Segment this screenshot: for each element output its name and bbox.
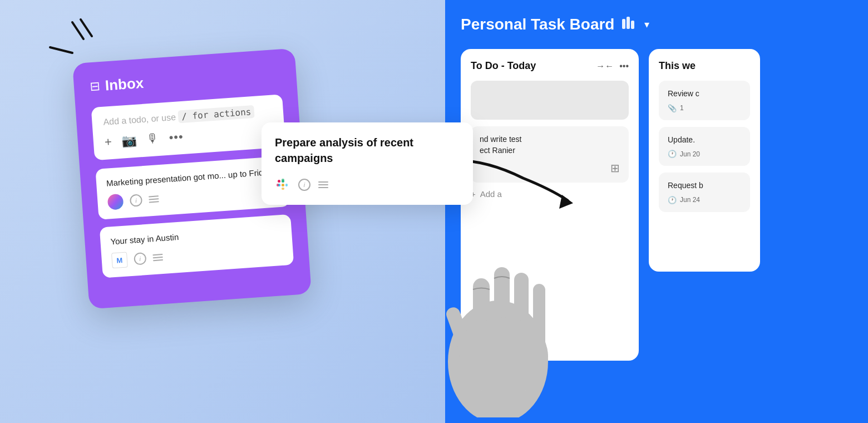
task-board-title: Personal Task Board (461, 16, 614, 33)
svg-line-1 (81, 19, 92, 36)
svg-rect-21 (631, 21, 634, 29)
column-actions-today: →← ••• (596, 61, 629, 71)
task-board-header: Personal Task Board ▾ (461, 16, 852, 33)
svg-rect-9 (285, 184, 288, 186)
column-header-today: To Do - Today →← ••• (471, 60, 629, 72)
info-icon[interactable]: i (130, 194, 142, 206)
add-icon[interactable]: + (104, 135, 112, 150)
more-icon[interactable]: ••• (169, 130, 184, 145)
inbox-title: Inbox (105, 75, 144, 95)
info-icon-tooltip[interactable]: i (298, 179, 310, 191)
hand-illustration (401, 167, 623, 423)
camera-icon[interactable]: 📷 (121, 133, 137, 149)
inbox-input-placeholder: Add a todo, or use / for actions (103, 105, 273, 127)
task-item-review-title: Review c (668, 88, 741, 100)
collapse-icon[interactable]: →← (596, 61, 614, 71)
svg-line-0 (72, 22, 83, 39)
lines-icon-2[interactable] (152, 254, 163, 261)
svg-rect-10 (282, 188, 284, 190)
svg-rect-8 (282, 179, 284, 181)
task-placeholder (471, 81, 629, 120)
board-icon (622, 17, 637, 32)
inbox-item-austin[interactable]: Your stay in Austin M i (100, 214, 294, 278)
lines-icon[interactable] (149, 195, 159, 203)
tooltip-icons: i (275, 177, 460, 193)
task-item-update[interactable]: Update. 🕐 Jun 20 (659, 127, 750, 166)
inbox-input-area[interactable]: Add a todo, or use / for actions + 📷 🎙 •… (91, 94, 286, 160)
inbox-item-marketing[interactable]: Marketing presentation got mo... up to F… (95, 156, 290, 220)
gmail-icon: M (111, 252, 128, 268)
task-item-review[interactable]: Review c 📎 1 (659, 81, 750, 120)
mic-icon[interactable]: 🎙 (146, 131, 160, 146)
task-item-request-meta: 🕐 Jun 24 (668, 196, 741, 204)
review-meta-value: 1 (680, 104, 684, 112)
inbox-actions: + 📷 🎙 ••• (104, 124, 274, 150)
svg-point-18 (459, 317, 548, 395)
clip-icon: 📎 (668, 104, 677, 112)
task-item-review-meta: 📎 1 (668, 104, 741, 112)
column-more-icon[interactable]: ••• (619, 61, 629, 71)
task-item-request-title: Request b (668, 180, 741, 191)
lines-icon-tooltip[interactable] (318, 181, 328, 188)
clock-icon-2: 🕐 (668, 196, 677, 204)
task-item-update-title: Update. (668, 135, 741, 146)
svg-rect-6 (282, 184, 284, 186)
clock-icon: 🕐 (668, 150, 677, 158)
slack-icon (275, 177, 290, 193)
task-item-write-test-title: nd write testect Ranier (480, 134, 620, 156)
column-title-week: This we (659, 60, 696, 72)
tooltip-card: Prepare analysis of recent campaigns i (262, 122, 473, 205)
tooltip-title: Prepare analysis of recent campaigns (275, 135, 460, 166)
svg-rect-19 (622, 19, 625, 29)
column-header-week: This we (659, 60, 750, 72)
task-item-request[interactable]: Request b 🕐 Jun 24 (659, 173, 750, 212)
inbox-header: ⊟ Inbox (89, 65, 281, 95)
siri-icon (107, 194, 124, 210)
request-meta-value: Jun 24 (680, 196, 700, 204)
task-item-update-meta: 🕐 Jun 20 (668, 150, 741, 158)
svg-rect-7 (277, 184, 279, 186)
this-week-column: This we Review c 📎 1 Update. 🕐 Jun 20 (649, 49, 760, 272)
update-meta-value: Jun 20 (680, 150, 700, 158)
svg-rect-3 (278, 180, 280, 183)
svg-rect-20 (627, 17, 630, 29)
column-title-today: To Do - Today (471, 60, 536, 72)
svg-line-2 (50, 47, 72, 53)
chevron-down-icon[interactable]: ▾ (644, 18, 649, 31)
inbox-icon: ⊟ (89, 79, 100, 94)
info-icon-2[interactable]: i (134, 252, 146, 265)
